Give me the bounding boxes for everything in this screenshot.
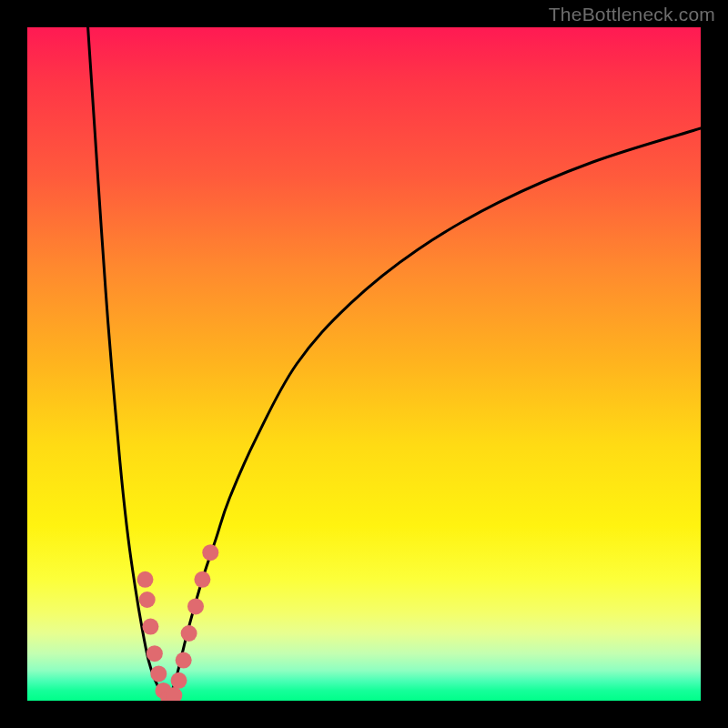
- data-marker: [194, 571, 210, 588]
- data-marker: [150, 665, 167, 682]
- chart-frame: TheBottleneck.com: [0, 0, 728, 728]
- data-marker: [202, 544, 218, 561]
- data-marker: [139, 592, 156, 608]
- series-left-curve: [88, 27, 169, 701]
- data-marker: [171, 672, 187, 689]
- watermark-text: TheBottleneck.com: [549, 4, 715, 25]
- curve-group: [88, 27, 701, 701]
- data-marker: [187, 598, 204, 614]
- data-marker: [176, 652, 192, 669]
- data-marker: [142, 619, 158, 635]
- data-marker: [181, 625, 197, 642]
- data-marker: [137, 571, 154, 588]
- plot-area: [27, 27, 701, 701]
- series-right-curve: [168, 128, 701, 701]
- chart-svg: [27, 27, 701, 701]
- data-marker: [147, 645, 163, 662]
